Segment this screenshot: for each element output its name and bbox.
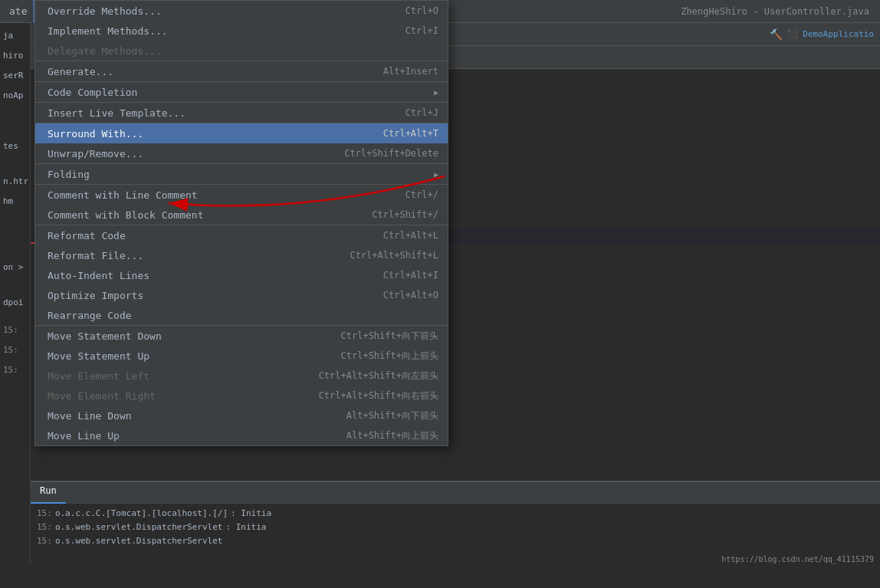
- sidebar-item-hiro[interactable]: hiro: [2, 46, 28, 66]
- log-suffix-2: : Initia: [225, 521, 266, 534]
- menu-section-6: Folding: [35, 164, 448, 185]
- log-ts-3: 15:: [37, 534, 52, 548]
- menu-unwrap-label: Unwrap/Remove...: [48, 148, 143, 159]
- sidebar-item-on[interactable]: on >: [2, 258, 28, 278]
- log-suffix-1: : Initia: [231, 507, 271, 521]
- menu-comment-line-label: Comment with Line Comment: [48, 189, 198, 201]
- menu-reformat-code-shortcut: Ctrl+Alt+L: [383, 230, 438, 241]
- menu-insert-live-shortcut: Ctrl+J: [406, 107, 438, 118]
- sidebar-item-noap[interactable]: noAp: [2, 86, 28, 106]
- menu-section-9: Move Statement Down Ctrl+Shift+向下箭头 Move…: [35, 326, 448, 445]
- menu-section-7: Comment with Line Comment Ctrl+/ Comment…: [35, 185, 448, 225]
- sidebar-item-tes[interactable]: tes: [2, 136, 28, 156]
- sidebar-item-15b: 15:: [2, 340, 28, 360]
- log-text-3: o.s.web.servlet.DispatcherServlet: [55, 534, 223, 548]
- menu-auto-indent-label: Auto-Indent Lines: [48, 270, 149, 281]
- menu-ate[interactable]: ate: [3, 0, 33, 23]
- sidebar-item-userr[interactable]: serR: [2, 66, 28, 86]
- menu-move-line-up-label: Move Line Up: [48, 430, 120, 442]
- app-icon: ⬛ DemoApplicatio: [787, 29, 874, 39]
- menu-implement-shortcut: Ctrl+I: [406, 25, 438, 36]
- sidebar-item-dpoi[interactable]: dpoi: [2, 293, 28, 313]
- menu-comment-block-shortcut: Ctrl+Shift+/: [372, 209, 438, 220]
- hammer-icon: 🔨: [770, 28, 783, 41]
- log-text-2: o.s.web.servlet.DispatcherServlet: [55, 521, 223, 534]
- menu-move-elem-left-shortcut: Ctrl+Alt+Shift+向左箭头: [319, 370, 438, 383]
- menu-rearrange-code[interactable]: Rearrange Code: [35, 305, 448, 325]
- menu-comment-block[interactable]: Comment with Block Comment Ctrl+Shift+/: [35, 205, 448, 225]
- log-text-1: o.a.c.c.C.[Tomcat].[localhost].[/]: [55, 507, 228, 521]
- log-ts-2: 15:: [37, 521, 52, 534]
- sidebar-item-ja[interactable]: ja: [2, 26, 28, 46]
- menu-move-line-down[interactable]: Move Line Down Alt+Shift+向下箭头: [35, 406, 448, 425]
- menu-folding[interactable]: Folding: [35, 164, 448, 184]
- log-ts-1: 15:: [37, 507, 52, 521]
- log-line-1: 15: o.a.c.c.C.[Tomcat].[localhost].[/] :…: [37, 507, 874, 521]
- menu-surround-shortcut: Ctrl+Alt+T: [383, 128, 438, 139]
- menu-move-stmt-up[interactable]: Move Statement Up Ctrl+Shift+向上箭头: [35, 346, 448, 366]
- menu-move-elem-left: Move Element Left Ctrl+Alt+Shift+向左箭头: [35, 366, 448, 386]
- sidebar-item-nhtr[interactable]: n.htr: [2, 172, 28, 192]
- bottom-tab-run[interactable]: Run: [31, 482, 66, 504]
- menu-optimize-imports[interactable]: Optimize Imports Ctrl+Alt+O: [35, 285, 448, 305]
- bottom-panel: Run 15: o.a.c.c.C.[Tomcat].[localhost].[…: [31, 481, 880, 565]
- menu-section-1: Override Methods... Ctrl+O Implement Met…: [35, 1, 448, 61]
- menu-insert-live-template[interactable]: Insert Live Template... Ctrl+J: [35, 103, 448, 123]
- sidebar-item-hm[interactable]: hm: [2, 192, 28, 212]
- menu-section-8: Reformat Code Ctrl+Alt+L Reformat File..…: [35, 225, 448, 326]
- menu-comment-line-shortcut: Ctrl+/: [406, 189, 438, 200]
- menu-override-shortcut: Ctrl+O: [406, 5, 438, 16]
- menu-generate-label: Generate...: [48, 66, 113, 77]
- menu-move-elem-right-shortcut: Ctrl+Alt+Shift+向右箭头: [319, 389, 438, 402]
- log-content: 15: o.a.c.c.C.[Tomcat].[localhost].[/] :…: [31, 504, 880, 551]
- menu-move-elem-left-label: Move Element Left: [48, 370, 149, 382]
- log-line-3: 15: o.s.web.servlet.DispatcherServlet: [37, 534, 874, 548]
- menu-move-elem-right: Move Element Right Ctrl+Alt+Shift+向右箭头: [35, 386, 448, 406]
- menu-auto-indent-shortcut: Ctrl+Alt+I: [383, 270, 438, 281]
- app-window: ate Code Analyze Refactor Build Run Tool…: [0, 0, 880, 565]
- menu-section-3: Code Completion: [35, 82, 448, 103]
- menu-move-line-up[interactable]: Move Line Up Alt+Shift+向上箭头: [35, 425, 448, 445]
- menu-rearrange-code-label: Rearrange Code: [48, 310, 132, 321]
- menu-override-methods[interactable]: Override Methods... Ctrl+O: [35, 1, 448, 21]
- menu-code-completion-label: Code Completion: [48, 87, 137, 98]
- menu-optimize-imports-label: Optimize Imports: [48, 290, 143, 301]
- menu-optimize-imports-shortcut: Ctrl+Alt+O: [383, 290, 438, 301]
- menu-override-label: Override Methods...: [48, 5, 162, 17]
- menu-comment-line[interactable]: Comment with Line Comment Ctrl+/: [35, 185, 448, 205]
- menu-code-completion[interactable]: Code Completion: [35, 82, 448, 102]
- menu-insert-live-label: Insert Live Template...: [48, 107, 186, 119]
- menu-implement-methods[interactable]: Implement Methods... Ctrl+I: [35, 21, 448, 41]
- menu-reformat-file[interactable]: Reformat File... Ctrl+Alt+Shift+L: [35, 245, 448, 265]
- menu-move-stmt-down-label: Move Statement Down: [48, 330, 162, 342]
- toolbar-icons-area: 🔨 ⬛ DemoApplicatio: [770, 28, 880, 41]
- menu-unwrap-shortcut: Ctrl+Shift+Delete: [344, 148, 438, 159]
- status-url: https://blog.csdn.net/qq_41115379: [721, 555, 874, 563]
- log-line-2: 15: o.s.web.servlet.DispatcherServlet : …: [37, 521, 874, 534]
- window-title: ZhengHeShiro - UserController.java: [681, 6, 877, 17]
- menu-reformat-file-shortcut: Ctrl+Alt+Shift+L: [350, 250, 438, 261]
- menu-move-stmt-down[interactable]: Move Statement Down Ctrl+Shift+向下箭头: [35, 326, 448, 346]
- menu-unwrap-remove[interactable]: Unwrap/Remove... Ctrl+Shift+Delete: [35, 143, 448, 163]
- menu-reformat-code-label: Reformat Code: [48, 230, 126, 241]
- sidebar-item-15: 15:: [2, 320, 28, 340]
- menu-generate-shortcut: Alt+Insert: [383, 66, 438, 77]
- menu-move-elem-right-label: Move Element Right: [48, 390, 156, 402]
- sidebar-item-15c: 15:: [2, 360, 28, 380]
- menu-move-line-down-shortcut: Alt+Shift+向下箭头: [346, 409, 438, 422]
- menu-reformat-code[interactable]: Reformat Code Ctrl+Alt+L: [35, 225, 448, 245]
- menu-move-stmt-up-label: Move Statement Up: [48, 350, 149, 362]
- menu-implement-label: Implement Methods...: [48, 25, 168, 37]
- menu-surround-with[interactable]: Surround With... Ctrl+Alt+T: [35, 123, 448, 143]
- menu-delegate-methods: Delegate Methods...: [35, 41, 448, 61]
- bottom-tabs: Run: [31, 482, 880, 504]
- menu-move-line-down-label: Move Line Down: [48, 410, 132, 422]
- menu-generate[interactable]: Generate... Alt+Insert: [35, 61, 448, 81]
- menu-auto-indent[interactable]: Auto-Indent Lines Ctrl+Alt+I: [35, 265, 448, 285]
- menu-move-stmt-down-shortcut: Ctrl+Shift+向下箭头: [341, 330, 438, 343]
- menu-section-5: Surround With... Ctrl+Alt+T Unwrap/Remov…: [35, 123, 448, 164]
- menu-section-2: Generate... Alt+Insert: [35, 61, 448, 82]
- left-sidebar: ja hiro serR noAp tes n.htr hm on > dpoi…: [0, 23, 31, 565]
- menu-section-4: Insert Live Template... Ctrl+J: [35, 103, 448, 123]
- menu-comment-block-label: Comment with Block Comment: [48, 209, 204, 221]
